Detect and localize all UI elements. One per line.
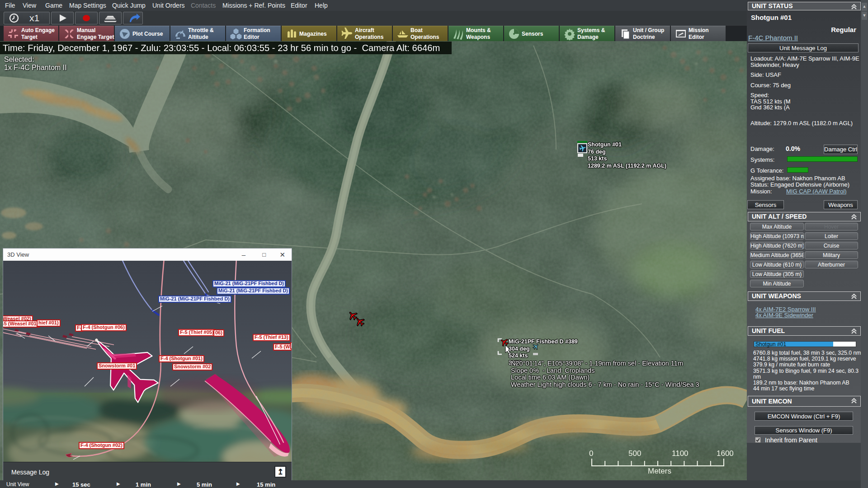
svg-text:1600: 1600 [717, 449, 734, 458]
svg-text:1100: 1100 [672, 449, 689, 458]
svg-text:0: 0 [589, 449, 593, 458]
svg-text:Meters: Meters [648, 467, 671, 475]
svg-text:x1: x1 [29, 13, 39, 23]
svg-text:500: 500 [628, 449, 641, 458]
